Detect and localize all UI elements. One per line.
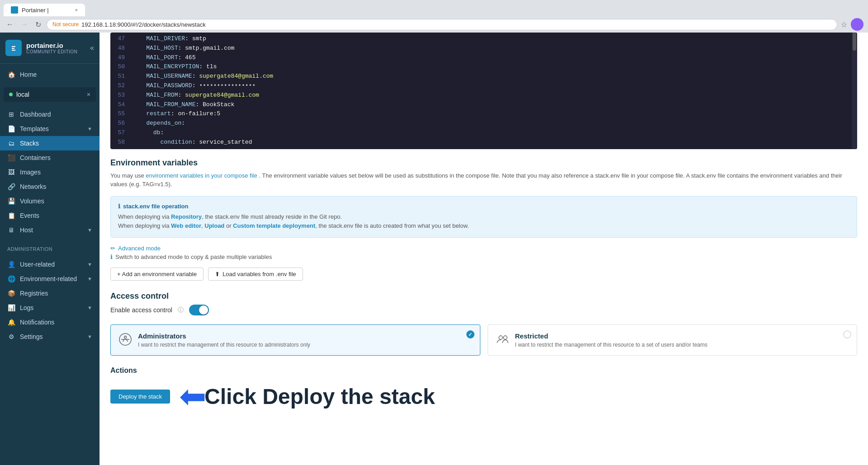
admin-section-label: Administration <box>0 241 100 254</box>
security-indicator: Not secure <box>52 21 79 28</box>
logs-arrow-icon: ▼ <box>87 305 92 310</box>
sidebar-item-settings[interactable]: ⚙ Settings ▼ <box>0 329 100 344</box>
sidebar-item-events[interactable]: 📋 Events <box>0 208 100 223</box>
switch-mode-icon: ℹ <box>110 254 113 260</box>
settings-icon: ⚙ <box>7 333 15 340</box>
logo-main: portainer.io <box>26 42 77 49</box>
user-related-icon: 👤 <box>7 261 15 268</box>
sidebar-item-home[interactable]: 🏠 Home <box>0 67 100 82</box>
templates-arrow-icon: ▼ <box>87 126 92 132</box>
add-env-variable-button[interactable]: + Add an environment variable <box>110 268 204 281</box>
click-annotation: ⬅ Click Deploy the stack <box>179 380 435 413</box>
forward-button[interactable]: → <box>19 19 30 29</box>
load-env-label: Load variables from .env file <box>223 271 296 277</box>
sidebar-item-environment-related[interactable]: 🌐 Environment-related ▼ <box>0 272 100 286</box>
sidebar-item-images[interactable]: 🖼 Images <box>0 165 100 179</box>
custom-template-link: Custom template deployment <box>233 222 315 229</box>
edit-icon: ✏ <box>110 245 115 252</box>
switch-mode-text: Switch to advanced mode to copy & paste … <box>115 254 272 260</box>
env-link[interactable]: environment variables in your compose fi… <box>146 172 257 179</box>
code-line-58: 58 condition: service_started <box>110 138 857 147</box>
enable-access-label: Enable access control <box>110 306 172 314</box>
sidebar-collapse-button[interactable]: « <box>90 44 94 52</box>
images-icon: 🖼 <box>7 169 15 176</box>
administrators-card[interactable]: Administrators I want to restrict the ma… <box>110 324 480 356</box>
sidebar-host-label: Host <box>20 226 83 234</box>
bookmark-button[interactable]: ☆ <box>841 20 847 29</box>
access-control-cards: Administrators I want to restrict the ma… <box>110 324 857 356</box>
restricted-card[interactable]: Restricted I want to restrict the manage… <box>488 324 858 356</box>
profile-button[interactable] <box>851 18 863 31</box>
sidebar-images-label: Images <box>20 169 92 176</box>
restricted-radio[interactable] <box>843 330 851 338</box>
svg-point-5 <box>503 336 507 339</box>
env-related-arrow-icon: ▼ <box>87 276 92 282</box>
host-icon: 🖥 <box>7 226 15 234</box>
tab-favicon <box>11 6 18 14</box>
sidebar-containers-label: Containers <box>20 154 92 161</box>
code-line-54: 54 MAIL_FROM_NAME: BookStack <box>110 100 857 110</box>
endpoint-name: local <box>16 91 83 98</box>
scrollbar-thumb[interactable] <box>853 33 856 51</box>
deploy-stack-button[interactable]: Deploy the stack <box>110 390 170 404</box>
endpoint-status-dot <box>9 93 13 96</box>
sidebar: portainer.io COMMUNITY EDITION « 🏠 Home … <box>0 33 100 465</box>
administrators-radio[interactable] <box>466 330 474 338</box>
sidebar-item-registries[interactable]: 📦 Registries <box>0 286 100 301</box>
load-env-file-button[interactable]: ⬆ Load variables from .env file <box>208 268 303 281</box>
svg-point-3 <box>124 336 127 338</box>
sidebar-env-related-label: Environment-related <box>20 275 83 282</box>
svg-point-4 <box>499 336 503 339</box>
access-control-title: Access control <box>110 291 857 301</box>
sidebar-item-volumes[interactable]: 💾 Volumes <box>0 194 100 208</box>
sidebar-item-dashboard[interactable]: ⊞ Dashboard <box>0 107 100 122</box>
sidebar-item-host[interactable]: 🖥 Host ▼ <box>0 223 100 237</box>
templates-icon: 📄 <box>7 125 15 132</box>
browser-tab[interactable]: Portainer | × <box>4 4 85 16</box>
sidebar-logo: portainer.io COMMUNITY EDITION « <box>0 33 100 64</box>
sidebar-user-related-label: User-related <box>20 261 83 268</box>
code-line-51: 51 MAIL_USERNAME: supergate84@gmail.com <box>110 72 857 81</box>
code-line-57: 57 db: <box>110 128 857 138</box>
volumes-icon: 💾 <box>7 197 15 205</box>
click-annotation-text: Click Deploy the stack <box>204 384 435 409</box>
administrators-icon <box>118 332 133 347</box>
endpoint-close-button[interactable]: × <box>87 91 90 98</box>
sidebar-events-label: Events <box>20 212 92 219</box>
code-line-49: 49 MAIL_PORT: 465 <box>110 53 857 63</box>
add-env-label: + Add an environment variable <box>117 271 197 277</box>
host-arrow-icon: ▼ <box>87 227 92 233</box>
sidebar-item-templates[interactable]: 📄 Templates ▼ <box>0 122 100 136</box>
access-control-info-icon[interactable]: ⓘ <box>178 306 184 314</box>
notifications-icon: 🔔 <box>7 319 15 326</box>
sidebar-notifications-label: Notifications <box>20 319 92 326</box>
access-control-toggle-switch[interactable] <box>189 305 209 315</box>
sidebar-item-networks[interactable]: 🔗 Networks <box>0 179 100 194</box>
sidebar-item-notifications[interactable]: 🔔 Notifications <box>0 315 100 329</box>
access-control-toggle-row: Enable access control ⓘ <box>110 305 857 315</box>
restricted-icon <box>495 332 510 347</box>
tab-close-button[interactable]: × <box>75 7 78 13</box>
sidebar-dashboard-label: Dashboard <box>20 111 92 118</box>
sidebar-admin-section: 👤 User-related ▼ 🌐 Environment-related ▼… <box>0 254 100 348</box>
code-line-50: 50 MAIL_ENCRYPTION: tls <box>110 62 857 72</box>
scrollbar-track[interactable] <box>852 33 857 149</box>
sidebar-home-section: 🏠 Home <box>0 64 100 85</box>
upload-icon: ⬆ <box>215 271 220 277</box>
sidebar-item-user-related[interactable]: 👤 User-related ▼ <box>0 257 100 272</box>
address-bar[interactable]: Not secure 192.168.1.18:9000/#!/2/docker… <box>47 19 837 30</box>
upload-link: Upload <box>204 222 224 229</box>
logo-text: portainer.io COMMUNITY EDITION <box>26 42 77 54</box>
sidebar-logs-label: Logs <box>20 304 83 311</box>
code-editor: 47 MAIL_DRIVER: smtp 48 MAIL_HOST: smtp.… <box>110 33 857 149</box>
back-button[interactable]: ← <box>5 19 15 29</box>
sidebar-item-stacks[interactable]: 🗂 Stacks <box>0 136 100 150</box>
reload-button[interactable]: ↻ <box>33 19 43 30</box>
sidebar-item-containers[interactable]: ⬛ Containers <box>0 150 100 165</box>
advanced-mode-toggle[interactable]: ✏ Advanced mode <box>110 245 857 252</box>
main-content: 47 MAIL_DRIVER: smtp 48 MAIL_HOST: smtp.… <box>100 33 868 465</box>
code-line-52: 52 MAIL_PASSWORD: •••••••••••••••• <box>110 81 857 91</box>
sidebar-templates-label: Templates <box>20 125 83 132</box>
sidebar-item-logs[interactable]: 📊 Logs ▼ <box>0 301 100 315</box>
code-line-56: 56 depends_on: <box>110 119 857 128</box>
